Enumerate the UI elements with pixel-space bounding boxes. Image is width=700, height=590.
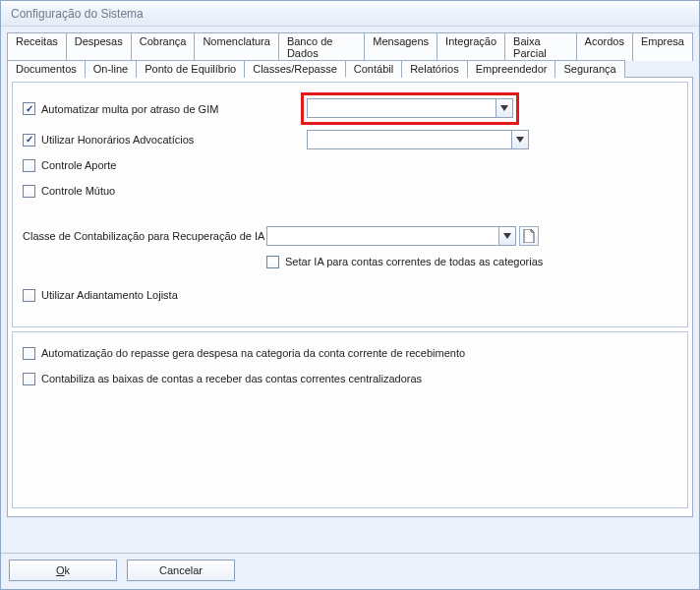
combo-honorarios-dropdown-button[interactable]	[511, 131, 528, 148]
label-contabiliza-baixas: Contabiliza as baixas de contas a recebe…	[41, 373, 422, 384]
tab-banco-de-dados[interactable]: Banco de Dados	[279, 32, 365, 61]
tab-mensagens[interactable]: Mensagens	[365, 32, 438, 61]
label-controle-mutuo: Controle Mútuo	[41, 185, 115, 197]
label-automatizar-gim: Automatizar multa por atraso de GIM	[41, 103, 301, 115]
checkbox-adiantamento-lojista[interactable]	[23, 289, 35, 302]
label-setar-ia: Setar IA para contas correntes de todas …	[285, 256, 543, 267]
tab-relatorios[interactable]: Relatórios	[402, 60, 468, 78]
row-honorarios: Utilizar Honorários Advocatícios	[23, 129, 677, 150]
dialog-button-bar: Ok Cancelar	[1, 553, 699, 589]
label-controle-aporte: Controle Aporte	[41, 159, 116, 171]
checkbox-automatizar-gim[interactable]	[23, 102, 35, 115]
tab-acordos[interactable]: Acordos	[577, 32, 633, 61]
combo-classe-ia[interactable]	[266, 226, 516, 246]
tab-despesas[interactable]: Despesas	[67, 32, 132, 61]
combo-gim-dropdown-button[interactable]	[496, 99, 512, 117]
tab-classes-repasse[interactable]: Classes/Repasse	[245, 60, 346, 78]
panel-classes-repasse-top: Automatizar multa por atraso de GIM Util…	[12, 82, 688, 327]
ok-button-rest: k	[65, 564, 71, 576]
chevron-down-icon	[503, 233, 511, 239]
combo-gim-value	[308, 99, 496, 117]
tab-seguranca[interactable]: Segurança	[555, 60, 624, 78]
checkbox-setar-ia[interactable]	[266, 256, 279, 268]
label-honorarios: Utilizar Honorários Advocatícios	[41, 134, 301, 146]
label-classe-ia: Classe de Contabilização para Recuperaçã…	[23, 230, 266, 242]
tab-receitas[interactable]: Receitas	[7, 32, 67, 61]
checkbox-honorarios[interactable]	[23, 134, 35, 147]
new-document-button[interactable]	[519, 226, 539, 246]
tab-content: Automatizar multa por atraso de GIM Util…	[7, 77, 693, 517]
tab-integracao[interactable]: Integração	[438, 32, 505, 61]
checkbox-contabiliza-baixas[interactable]	[23, 373, 35, 385]
tab-cobranca[interactable]: Cobrança	[132, 32, 196, 61]
checkbox-auto-repasse[interactable]	[23, 347, 35, 360]
combo-honorarios-value	[308, 131, 511, 148]
row-auto-repasse: Automatização do repasse gera despesa na…	[23, 342, 677, 364]
label-adiantamento-lojista: Utilizar Adiantamento Lojista	[41, 289, 178, 301]
tab-contabil[interactable]: Contábil	[346, 60, 402, 78]
system-config-window: Configuração do Sistema Receitas Despesa…	[0, 0, 700, 590]
row-gim: Automatizar multa por atraso de GIM	[23, 92, 677, 125]
row-aporte: Controle Aporte	[23, 154, 677, 176]
combo-classe-ia-value	[267, 227, 498, 245]
tab-strip: Receitas Despesas Cobrança Nomenclatura …	[1, 27, 699, 77]
checkbox-controle-mutuo[interactable]	[23, 185, 35, 198]
tab-empresa[interactable]: Empresa	[633, 32, 693, 61]
combo-classe-ia-dropdown-button[interactable]	[498, 227, 515, 245]
row-setar-ia: Setar IA para contas correntes de todas …	[266, 251, 677, 272]
chevron-down-icon	[500, 105, 508, 111]
cancel-button[interactable]: Cancelar	[127, 560, 235, 581]
row-contabiliza-baixas: Contabiliza as baixas de contas a recebe…	[23, 368, 677, 389]
tab-row-2: Documentos On-line Ponto de Equilíbrio C…	[7, 60, 693, 77]
checkbox-controle-aporte[interactable]	[23, 159, 35, 172]
document-icon	[523, 229, 535, 243]
tab-empreendedor[interactable]: Empreendedor	[468, 60, 556, 78]
tab-nomenclatura[interactable]: Nomenclatura	[195, 32, 278, 61]
combo-gim[interactable]	[307, 98, 513, 118]
row-mutuo: Controle Mútuo	[23, 180, 677, 202]
tab-baixa-parcial[interactable]: Baixa Parcial	[505, 32, 577, 61]
panel-classes-repasse-bottom: Automatização do repasse gera despesa na…	[12, 331, 688, 508]
combo-honorarios[interactable]	[307, 130, 529, 149]
row-classe-ia: Classe de Contabilização para Recuperaçã…	[23, 225, 677, 247]
label-auto-repasse: Automatização do repasse gera despesa na…	[41, 347, 465, 359]
tab-row-1: Receitas Despesas Cobrança Nomenclatura …	[7, 32, 693, 60]
tab-documentos[interactable]: Documentos	[7, 60, 86, 78]
chevron-down-icon	[516, 137, 524, 143]
highlight-gim-combo	[301, 92, 519, 125]
tab-on-line[interactable]: On-line	[86, 60, 137, 78]
ok-button[interactable]: Ok	[9, 560, 117, 581]
ok-button-underline: O	[56, 564, 65, 576]
tab-ponto-equilibrio[interactable]: Ponto de Equilíbrio	[137, 60, 245, 78]
window-title: Configuração do Sistema	[1, 1, 699, 27]
row-adiantamento: Utilizar Adiantamento Lojista	[23, 284, 677, 306]
